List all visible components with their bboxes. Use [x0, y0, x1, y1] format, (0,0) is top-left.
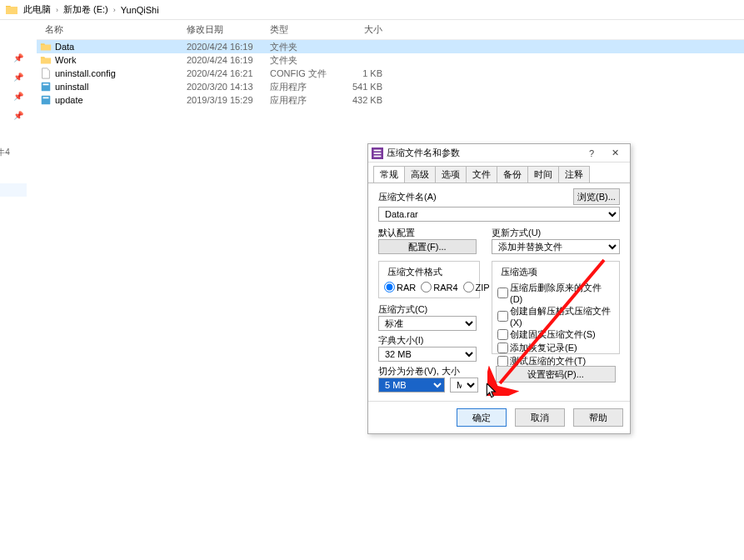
tab-6[interactable]: 注释	[558, 166, 590, 182]
col-size[interactable]: 大小	[341, 23, 382, 36]
file-date: 2020/3/20 14:13	[187, 82, 270, 92]
compress-option-0[interactable]: 压缩后删除原来的文件(D)	[497, 282, 614, 304]
file-name: uninstall	[55, 82, 187, 92]
file-size: 432 KB	[341, 95, 382, 105]
update-mode-label: 更新方式(U)	[492, 227, 620, 239]
file-size: 541 KB	[341, 82, 382, 92]
svg-rect-7	[374, 155, 382, 157]
profile-button[interactable]: 配置(F)...	[378, 239, 477, 254]
help-button[interactable]: 帮助	[573, 408, 623, 427]
file-type: CONFIG 文件	[270, 68, 341, 80]
svg-rect-3	[43, 98, 49, 99]
col-type[interactable]: 类型	[270, 23, 341, 36]
close-button[interactable]: ✕	[603, 148, 627, 158]
col-name[interactable]: 名称	[37, 23, 187, 36]
default-profile-label: 默认配置	[378, 227, 480, 239]
pin-icon[interactable]: 📌	[13, 53, 23, 62]
format-label: 压缩文件格式	[386, 266, 444, 278]
pin-icon[interactable]: 📌	[13, 72, 23, 82]
file-name: update	[55, 95, 187, 105]
split-label: 切分为分卷(V), 大小	[378, 365, 480, 378]
filename-label: 压缩文件名(A)	[378, 191, 568, 203]
file-type: 应用程序	[270, 81, 341, 93]
tab-4[interactable]: 备份	[497, 166, 528, 182]
tab-2[interactable]: 选项	[435, 166, 467, 182]
pin-icon[interactable]: 📌	[13, 92, 23, 101]
file-type: 文件夹	[270, 41, 341, 53]
tab-3[interactable]: 文件	[466, 166, 497, 182]
filename-combo[interactable]: Data.rar	[378, 207, 620, 222]
tab-bar: 常规高级选项文件备份时间注释	[368, 162, 630, 183]
dict-combo[interactable]: 32 MB	[378, 347, 477, 362]
format-radio-rar4[interactable]: RAR4	[421, 282, 457, 292]
exe-icon	[37, 81, 55, 92]
file-size: 1 KB	[341, 68, 382, 78]
help-button[interactable]: ?	[580, 148, 603, 158]
set-password-button[interactable]: 设置密码(P)...	[496, 366, 616, 382]
compress-options-label: 压缩选项	[499, 266, 539, 278]
file-date: 2019/3/19 15:29	[187, 95, 270, 105]
file-date: 2020/4/24 16:19	[187, 42, 270, 52]
folder-icon	[37, 54, 55, 66]
tab-0[interactable]: 常规	[373, 166, 405, 182]
titlebar[interactable]: 压缩文件名和参数 ? ✕	[368, 144, 630, 162]
exe-icon	[37, 94, 55, 106]
svg-rect-5	[374, 149, 382, 151]
sidebar-label: 牛4	[0, 147, 10, 158]
format-radio-rar[interactable]: RAR	[384, 282, 416, 292]
file-name: Data	[55, 42, 187, 52]
chevron-right-icon: ›	[56, 6, 58, 14]
file-type: 应用程序	[270, 94, 341, 107]
ok-button[interactable]: 确定	[457, 408, 507, 427]
address-bar[interactable]: 此电脑 › 新加卷 (E:) › YunQiShi	[0, 0, 744, 20]
split-size-combo[interactable]: 5 MB	[378, 378, 445, 392]
folder-icon	[37, 41, 55, 52]
file-row[interactable]: uninstall.config2020/4/24 16:21CONFIG 文件…	[37, 67, 744, 80]
file-row[interactable]: uninstall2020/3/20 14:13应用程序541 KB	[37, 80, 744, 93]
svg-rect-2	[42, 96, 51, 105]
tab-5[interactable]: 时间	[527, 166, 559, 182]
breadcrumb-item[interactable]: YunQiShi	[121, 5, 159, 15]
app-icon	[372, 148, 383, 159]
split-unit-combo[interactable]: MB	[450, 378, 478, 392]
dialog-title: 压缩文件名和参数	[387, 147, 580, 159]
browse-button[interactable]: 浏览(B)...	[573, 188, 620, 205]
svg-rect-1	[43, 84, 49, 86]
file-name: uninstall.config	[55, 68, 187, 78]
svg-rect-0	[42, 82, 51, 92]
breadcrumb-item[interactable]: 此电脑	[23, 3, 51, 16]
file-row[interactable]: Data2020/4/24 16:19文件夹	[37, 40, 744, 53]
format-radio-zip[interactable]: ZIP	[463, 282, 490, 292]
quick-access-sidebar: 📌 📌 📌 📌 牛4	[0, 20, 37, 560]
file-row[interactable]: Work2020/4/24 16:19文件夹	[37, 53, 744, 67]
file-row[interactable]: update2019/3/19 15:29应用程序432 KB	[37, 93, 744, 107]
method-combo[interactable]: 标准	[378, 316, 477, 331]
compress-option-3[interactable]: 添加恢复记录(E)	[497, 342, 614, 354]
col-date[interactable]: 修改日期	[187, 23, 270, 36]
breadcrumb-item[interactable]: 新加卷 (E:)	[63, 3, 108, 16]
cancel-button[interactable]: 取消	[515, 408, 565, 427]
update-mode-combo[interactable]: 添加并替换文件	[492, 239, 620, 254]
dict-label: 字典大小(I)	[378, 334, 480, 347]
method-label: 压缩方式(C)	[378, 303, 480, 316]
svg-rect-6	[374, 152, 382, 154]
file-name: Work	[55, 55, 187, 65]
column-headers[interactable]: 名称 修改日期 类型 大小	[37, 20, 744, 40]
folder-icon	[5, 3, 18, 17]
compress-option-2[interactable]: 创建固实压缩文件(S)	[497, 328, 614, 341]
file-date: 2020/4/24 16:19	[187, 55, 270, 65]
chevron-right-icon: ›	[113, 6, 116, 14]
file-icon	[37, 68, 55, 79]
compress-option-1[interactable]: 创建自解压格式压缩文件(X)	[497, 305, 614, 328]
compress-dialog: 压缩文件名和参数 ? ✕ 常规高级选项文件备份时间注释 压缩文件名(A) 浏览(…	[367, 143, 631, 434]
tab-1[interactable]: 高级	[404, 166, 436, 182]
file-type: 文件夹	[270, 54, 341, 67]
quick-access-highlight	[0, 183, 27, 197]
pin-icon[interactable]: 📌	[13, 111, 23, 120]
file-date: 2020/4/24 16:21	[187, 68, 270, 78]
